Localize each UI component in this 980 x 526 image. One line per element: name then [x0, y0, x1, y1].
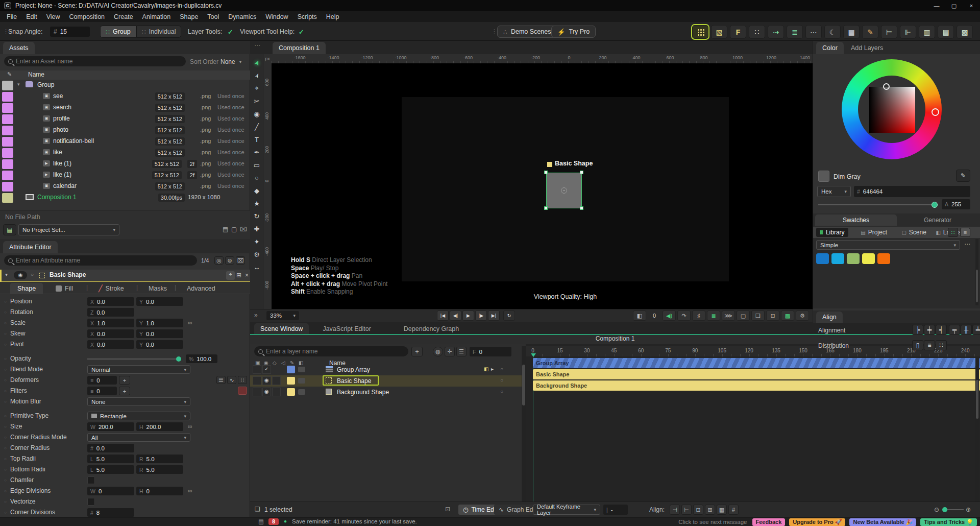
tool-settings[interactable]: ⚙	[250, 249, 263, 260]
attribute-search-input[interactable]	[4, 255, 197, 266]
color-swatch[interactable]	[847, 253, 860, 264]
menu-edit[interactable]: Edit	[21, 13, 42, 20]
distribute-icon-2[interactable]: ∷	[936, 340, 947, 350]
eyedropper-button[interactable]: ✎	[956, 170, 970, 182]
open-folder-icon[interactable]: ▤	[223, 226, 228, 233]
align-h-icon-0[interactable]: ╞	[912, 325, 923, 335]
align-v-icon-2[interactable]: ╧	[972, 325, 980, 335]
attribute-dropdown[interactable]: Normal▾	[87, 365, 190, 374]
rectangle-tool[interactable]: ▭	[250, 159, 263, 171]
checkbox[interactable]	[87, 476, 95, 484]
previous-frame-button[interactable]: ◀|	[450, 310, 461, 321]
add-layer-button[interactable]: +	[411, 347, 423, 356]
hue-handle[interactable]	[932, 108, 939, 116]
tab-add-layers[interactable]: Add Layers	[845, 42, 889, 54]
handle-bottom-right[interactable]	[580, 206, 583, 210]
individual-mode-button[interactable]: ∷Individual	[136, 26, 182, 38]
layer-tag-icon[interactable]	[298, 378, 305, 384]
grid-icon[interactable]: ♯	[692, 310, 705, 321]
onion-skin-icon[interactable]: ◧	[633, 310, 646, 321]
group-mode-button[interactable]: ∷Group	[100, 26, 136, 38]
region-select-tool[interactable]: ⌖	[250, 83, 263, 94]
deformer-tool-icon[interactable]: ☰	[216, 376, 226, 384]
promo-button-new[interactable]: New Beta Available 🎉	[849, 518, 916, 526]
link-values-icon[interactable]: ∞	[188, 319, 192, 326]
asset-row[interactable]: ▣calendar512 x 512.pngUsed once	[0, 181, 250, 192]
sort-order-dropdown[interactable]: None▾	[220, 57, 247, 66]
value-field[interactable]: Z0.0	[87, 308, 134, 317]
promo-button-upgrade[interactable]: Upgrade to Pro 🚀	[789, 518, 845, 526]
close-attributes-icon[interactable]: ×	[245, 272, 249, 279]
keyframe-dot-icon[interactable]: ○	[4, 489, 7, 493]
value-field[interactable]: X0.0	[87, 329, 134, 338]
swatch-group-menu-icon[interactable]: ⋯	[964, 241, 970, 248]
asset-color-swatch[interactable]	[2, 193, 13, 203]
timeline-bar-basic-shape[interactable]: Basic Shape	[533, 369, 980, 379]
handle-top-right[interactable]	[580, 171, 583, 174]
value-field[interactable]: X0.0	[87, 297, 134, 306]
visibility-cell[interactable]: ✓	[262, 365, 271, 374]
tab-scene-window[interactable]: Scene Window	[254, 323, 309, 334]
keyframe-dot-icon[interactable]: ○	[4, 478, 7, 483]
asset-row[interactable]: ▣search512 x 512.pngUsed once	[0, 102, 250, 113]
saturation-value-square[interactable]	[869, 87, 915, 133]
more-tools-icon[interactable]: ⋯	[805, 25, 822, 39]
tab-dependency-graph[interactable]: Dependency Graph	[398, 323, 465, 334]
keyframe-dot-icon[interactable]: ○	[4, 367, 7, 372]
layer-search-input[interactable]	[254, 346, 408, 356]
menu-tool[interactable]: Tool	[203, 13, 224, 20]
count-field[interactable]: ≡0	[87, 387, 117, 395]
keyframe-dot-icon[interactable]: ○	[4, 446, 7, 450]
expand-tools-icon[interactable]: »	[254, 312, 258, 319]
falloff-icon[interactable]: ☾	[824, 25, 841, 39]
filter-color-swatch[interactable]	[238, 387, 247, 395]
asset-row[interactable]: ▶like (1)512 x 5122f.pngUsed once	[0, 170, 250, 181]
opacity-slider-thumb[interactable]	[176, 356, 181, 362]
value-field[interactable]: #8	[87, 508, 134, 517]
console-icon[interactable]: ▤	[258, 518, 264, 525]
promo-button-feedback[interactable]: Feedback	[752, 518, 786, 526]
footer-align-icon-5[interactable]: #	[728, 505, 739, 515]
swatch-group-dropdown[interactable]: Simple▾	[816, 240, 960, 250]
keyframe-dot-icon[interactable]: ○	[4, 331, 7, 336]
select-related-icon[interactable]: ✛	[445, 347, 455, 356]
layer-tools-check-icon[interactable]: ✓	[228, 28, 233, 36]
solo-radio-icon[interactable]: ○	[31, 272, 34, 277]
panel-menu-icon[interactable]: ⋯	[254, 42, 260, 49]
menu-composition[interactable]: Composition	[65, 13, 109, 20]
frame-jump-field[interactable]: |-	[603, 505, 628, 515]
opacity-value-field[interactable]: %100.0	[186, 354, 217, 363]
layer-color-swatch[interactable]	[287, 377, 295, 385]
asset-color-swatch[interactable]	[2, 137, 13, 147]
timeline-zoom-thumb[interactable]	[942, 507, 947, 512]
footer-align-icon-2[interactable]: ⊡	[693, 505, 703, 515]
menu-dynamics[interactable]: Dynamics	[224, 13, 261, 20]
extrude-icon[interactable]: ▧	[711, 25, 727, 39]
add-button[interactable]: +	[119, 387, 130, 395]
check-icon[interactable]: ✓	[264, 366, 268, 372]
zoom-attribute-icon[interactable]: ◎	[214, 256, 224, 265]
value-field[interactable]: Y0.0	[136, 329, 183, 338]
value-field[interactable]: R5.0	[136, 465, 183, 474]
asset-search-input[interactable]	[4, 56, 186, 66]
align-left-icon[interactable]: ⊨	[881, 25, 897, 39]
eye-icon[interactable]: ◉	[264, 389, 269, 394]
tab-color[interactable]: Color	[816, 42, 844, 54]
keyframe-dot-icon[interactable]: ○	[4, 424, 7, 429]
pin-icon[interactable]: ⌖	[226, 271, 235, 280]
bounds-icon[interactable]: ▢	[737, 310, 750, 321]
timeline-area[interactable]: 0153045607590105120135150165180195210225…	[526, 344, 980, 501]
align-v-icon-1[interactable]: ╫	[961, 325, 972, 335]
current-color-swatch[interactable]	[818, 171, 829, 182]
forge-icon[interactable]: F	[730, 25, 746, 39]
timeline-bar-background-shape[interactable]: Background Shape	[533, 380, 980, 391]
footer-align-icon-1[interactable]: ⊢	[681, 505, 692, 515]
layer-row[interactable]: ✓Group Array◧▸○	[250, 364, 526, 375]
snap-angle-field[interactable]: # 15	[50, 27, 90, 37]
tab-attribute-editor[interactable]: Attribute Editor	[3, 241, 58, 253]
footer-align-icon-0[interactable]: ⊣	[670, 505, 680, 515]
distribute-icon-1[interactable]: ≡	[924, 340, 935, 350]
layer-color-swatch[interactable]	[287, 366, 295, 373]
sparkle-tool[interactable]: ✦	[250, 236, 263, 247]
list-view-button[interactable]: ≡	[960, 228, 970, 237]
